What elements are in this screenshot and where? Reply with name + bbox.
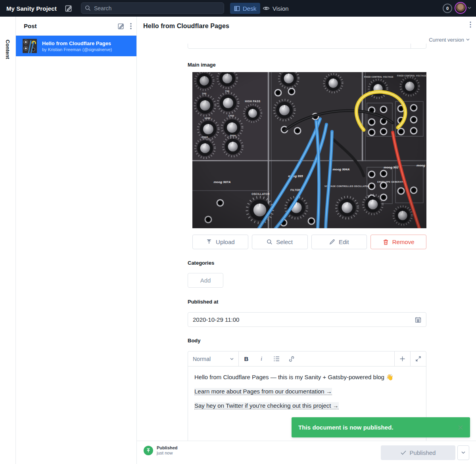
document-list-pane: Post — [16, 17, 137, 464]
chevron-down-icon — [230, 358, 234, 360]
chevron-down-icon — [461, 451, 465, 454]
edit-button[interactable]: Edit — [311, 235, 367, 249]
upload-button[interactable]: Upload — [192, 235, 248, 249]
search-input[interactable] — [94, 5, 220, 11]
select-button[interactable]: Select — [252, 235, 308, 249]
slug-input-partial[interactable] — [188, 44, 426, 49]
check-icon — [401, 451, 406, 455]
body-link-twitter[interactable]: Say hey on Twitter if you're checking ou… — [194, 402, 339, 409]
publish-button[interactable]: Published — [381, 445, 455, 460]
version-select-label: Current version — [429, 37, 464, 43]
compose-icon[interactable] — [65, 4, 73, 13]
body-label: Body — [188, 338, 201, 344]
app-root: My Sanity Project Desk Vision — [0, 0, 476, 464]
eye-icon — [263, 6, 270, 11]
toast-message: This document is now published. — [298, 424, 458, 431]
document-menu-icon[interactable] — [470, 21, 471, 28]
link-button[interactable] — [284, 351, 299, 366]
tab-desk[interactable]: Desk — [230, 3, 260, 14]
calendar-icon[interactable] — [415, 317, 421, 323]
body-link-docs[interactable]: Learn more about Pages from our document… — [194, 388, 332, 395]
body-editor-content[interactable]: Hello from Cloudflare Pages — this is my… — [188, 367, 426, 422]
version-row: Current version — [137, 36, 476, 44]
categories-label: Categories — [188, 260, 214, 266]
content-rail: Content — [0, 17, 16, 464]
document-form: Main image — [137, 44, 476, 464]
trash-icon — [383, 239, 389, 245]
top-navbar: My Sanity Project Desk Vision — [0, 0, 476, 17]
text-style-value: Normal — [193, 356, 211, 362]
document-header: Hello from Cloudflare Pages — [137, 17, 476, 36]
search-input-wrap — [81, 2, 224, 14]
toast-close-icon[interactable] — [458, 425, 463, 430]
published-status-icon — [144, 446, 153, 455]
chevron-down-icon — [466, 38, 470, 41]
image-actions: Upload Select Edit — [192, 235, 426, 249]
notifications-badge[interactable]: 0 — [443, 4, 452, 13]
tab-vision[interactable]: Vision — [259, 3, 293, 14]
list-item[interactable]: Hello from Cloudflare Pages by Kristian … — [16, 36, 136, 56]
document-title: Hello from Cloudflare Pages — [143, 23, 229, 30]
add-category-button[interactable]: Add — [188, 273, 223, 288]
tab-desk-label: Desk — [243, 5, 256, 12]
bullet-list-icon — [274, 356, 280, 361]
publish-menu-button[interactable] — [457, 445, 469, 460]
published-at-input[interactable]: 2020-10-29 11:00 — [188, 312, 426, 327]
tab-vision-label: Vision — [273, 5, 289, 12]
content-rail-label[interactable]: Content — [5, 40, 11, 59]
desk-icon — [234, 6, 240, 11]
main-image-preview[interactable]: 500 700 1000 1400 2000 2600 HIGH PASS — [192, 72, 426, 228]
body-paragraph: Hello from Cloudflare Pages — this is my… — [194, 373, 420, 382]
document-pane: Hello from Cloudflare Pages Current vers… — [137, 17, 476, 464]
pencil-icon — [329, 239, 335, 245]
chevron-down-icon — [468, 7, 471, 9]
avatar — [455, 2, 466, 14]
project-title[interactable]: My Sanity Project — [6, 0, 57, 17]
user-menu[interactable] — [455, 2, 471, 14]
list-pane-header: Post — [16, 17, 136, 36]
link-icon — [288, 356, 295, 362]
list-item-thumbnail — [23, 39, 37, 53]
published-at-value: 2020-10-29 11:00 — [193, 316, 415, 323]
status-title: Published — [157, 445, 178, 451]
published-at-label: Published at — [188, 299, 218, 305]
upload-icon — [206, 239, 212, 245]
search-icon — [85, 5, 91, 11]
expand-editor-button[interactable] — [411, 356, 426, 361]
text-style-select[interactable]: Normal — [188, 351, 239, 366]
document-footer: Published just now Published — [137, 441, 476, 464]
expand-icon — [416, 356, 421, 361]
list-item-subtitle: by Kristian Freeman (@signalnerve) — [42, 47, 112, 52]
search-icon — [267, 239, 273, 245]
list-menu-icon[interactable] — [130, 23, 132, 29]
remove-button[interactable]: Remove — [370, 235, 426, 249]
bold-button[interactable]: B — [239, 351, 254, 366]
editor-toolbar: Normal B i — [188, 351, 426, 367]
bullet-list-button[interactable] — [269, 351, 284, 366]
insert-block-button[interactable] — [395, 356, 410, 361]
version-select[interactable]: Current version — [429, 37, 470, 43]
publish-toast: This document is now published. — [292, 417, 470, 437]
status-time: just now — [157, 451, 178, 456]
list-pane-title: Post — [24, 23, 37, 29]
italic-button[interactable]: i — [254, 351, 269, 366]
list-item-title: Hello from Cloudflare Pages — [42, 40, 112, 47]
plus-icon — [400, 356, 405, 361]
create-document-icon[interactable] — [117, 23, 125, 30]
main-image-label: Main image — [188, 62, 216, 68]
publish-status: Published just now — [144, 445, 178, 456]
